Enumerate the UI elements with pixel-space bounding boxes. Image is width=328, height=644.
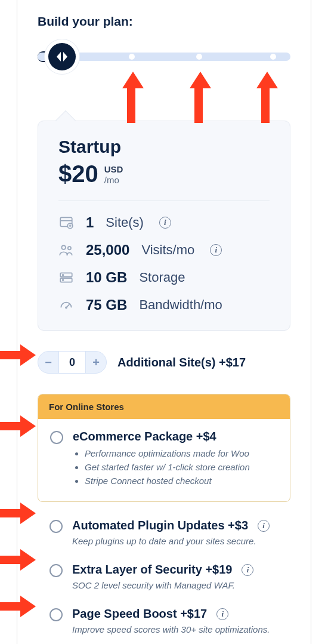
bandwidth-icon <box>58 297 74 313</box>
info-icon[interactable]: i <box>159 217 171 229</box>
annotation-arrow-right-icon <box>0 344 36 362</box>
svg-point-10 <box>63 279 64 281</box>
slider-thumb[interactable] <box>48 43 76 70</box>
ecommerce-bullets: Performance optimizations made for Woo G… <box>73 448 250 486</box>
slider-step-dot[interactable] <box>129 54 135 60</box>
spec-row-bandwidth: 75 GB Bandwidth/mo <box>58 297 270 313</box>
storage-icon <box>58 270 74 285</box>
spec-label: Storage <box>139 270 185 285</box>
annotation-arrow-up-icon <box>190 72 208 123</box>
plan-currency: USD <box>104 164 123 175</box>
ecommerce-radio[interactable] <box>50 431 63 444</box>
svg-point-12 <box>66 307 67 308</box>
addon-row-plugin-updates: Automated Plugin Updates +$3 i Keep plug… <box>38 519 290 546</box>
stepper-value: 0 <box>58 351 86 374</box>
addon-row-speed-boost: Page Speed Boost +$17 i Improve speed sc… <box>38 607 290 634</box>
slider-thumb-arrows-icon <box>54 49 70 64</box>
ecommerce-card: For Online Stores eCommerce Package +$4 … <box>38 394 290 502</box>
list-item: Get started faster w/ 1-click store crea… <box>85 462 250 472</box>
ecommerce-badge: For Online Stores <box>38 395 290 419</box>
price-row: $20 USD /mo <box>58 161 270 201</box>
info-icon[interactable]: i <box>258 520 270 532</box>
list-item: Performance optimizations made for Woo <box>85 448 250 458</box>
annotation-arrow-up-icon <box>122 72 140 123</box>
svg-point-5 <box>61 245 66 249</box>
info-icon[interactable]: i <box>216 608 228 620</box>
list-item: Stripe Connect hosted checkout <box>85 476 250 486</box>
stepper-increment-button[interactable]: + <box>86 351 106 374</box>
plan-slider[interactable] <box>38 45 290 67</box>
ecommerce-title: eCommerce Package +$4 <box>73 430 250 443</box>
additional-sites-stepper[interactable]: − 0 + <box>38 351 107 374</box>
addon-title: Page Speed Boost +$17 <box>72 607 207 621</box>
spec-row-storage: 10 GB Storage <box>58 269 270 286</box>
addon-desc: SOC 2 level security with Managed WAF. <box>72 580 279 590</box>
addon-desc: Keep plugins up to date and your sites s… <box>72 536 279 546</box>
addon-row-security: Extra Layer of Security +$19 i SOC 2 lev… <box>38 563 290 590</box>
spec-value: 10 GB <box>86 269 127 286</box>
annotation-arrow-up-icon <box>256 72 274 123</box>
spec-row-visits: 25,000 Visits/mo i <box>58 242 270 258</box>
slider-step-dot[interactable] <box>196 54 202 60</box>
addon-radio[interactable] <box>49 520 63 533</box>
plan-name: Startup <box>58 137 270 157</box>
visits-icon <box>58 242 74 258</box>
slider-step-dot[interactable] <box>270 54 276 60</box>
additional-sites-row: − 0 + Additional Site(s) +$17 <box>38 351 290 374</box>
additional-sites-label: Additional Site(s) +$17 <box>117 356 246 369</box>
addon-radio[interactable] <box>49 564 63 577</box>
spec-value: 25,000 <box>86 242 129 258</box>
plan-card: Startup $20 USD /mo <box>38 121 290 331</box>
plan-price: $20 <box>58 161 98 187</box>
spec-label: Visits/mo <box>141 242 194 258</box>
plan-period: /mo <box>104 175 123 186</box>
svg-point-9 <box>63 275 64 276</box>
annotation-arrow-right-icon <box>0 596 36 614</box>
spec-row-sites: 1 Site(s) i <box>58 214 270 231</box>
page-title: Build your plan: <box>38 14 290 29</box>
stepper-decrement-button[interactable]: − <box>38 351 58 374</box>
spec-label: Bandwidth/mo <box>139 297 222 313</box>
annotation-arrow-right-icon <box>0 415 36 433</box>
info-icon[interactable]: i <box>242 564 253 576</box>
addon-title: Extra Layer of Security +$19 <box>72 563 232 577</box>
site-icon <box>58 215 74 230</box>
svg-point-6 <box>68 246 71 249</box>
plan-card-pointer <box>55 110 76 131</box>
spec-value: 75 GB <box>86 297 127 313</box>
spec-list: 1 Site(s) i 25,000 Visits/mo i <box>58 214 270 313</box>
addon-radio[interactable] <box>49 608 63 621</box>
annotation-arrow-right-icon <box>0 503 36 520</box>
spec-label: Site(s) <box>106 215 144 230</box>
addon-title: Automated Plugin Updates +$3 <box>72 519 248 532</box>
annotation-arrow-right-icon <box>0 549 36 567</box>
spec-value: 1 <box>86 214 94 231</box>
addon-desc: Improve speed scores with 30+ site optim… <box>72 624 279 634</box>
info-icon[interactable]: i <box>210 244 222 256</box>
